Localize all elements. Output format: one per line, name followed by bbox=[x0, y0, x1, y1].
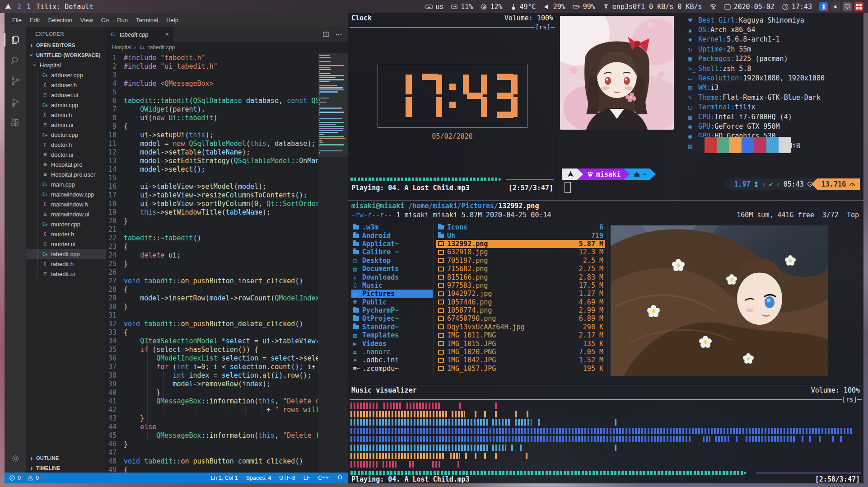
status-line-col[interactable]: Ln 1, Col 1 bbox=[210, 475, 238, 481]
file-1042972jpg[interactable]: 1042972.jpg1.27 M bbox=[436, 290, 605, 298]
timeline-section[interactable]: › TIMELINE bbox=[26, 463, 106, 473]
dir-Desktop[interactable]: ▢Desktop bbox=[351, 257, 433, 265]
minimap[interactable] bbox=[318, 53, 348, 473]
dir-PycharmP[interactable]: PycharmP~ bbox=[351, 306, 433, 314]
workspace-button-2[interactable]: 2 bbox=[17, 3, 21, 11]
status-spaces[interactable]: Spaces: 4 bbox=[246, 475, 271, 481]
minimap-slider[interactable] bbox=[318, 53, 348, 157]
search-icon[interactable] bbox=[5, 50, 26, 71]
status-language[interactable]: C++ bbox=[318, 475, 329, 481]
visualizer-pane[interactable]: Music visualizer Volume: 100% [rs] Playi… bbox=[348, 385, 863, 483]
menu-item-selection[interactable]: Selection bbox=[44, 17, 76, 23]
workspace-button-1[interactable]: 1 bbox=[27, 3, 31, 11]
tray-vault-icon[interactable] bbox=[854, 2, 863, 11]
tab-close-icon[interactable]: × bbox=[165, 31, 169, 38]
explorer-icon[interactable] bbox=[5, 29, 26, 50]
music-progress-bar[interactable] bbox=[350, 471, 861, 475]
explorer-file-tabedit.cpp[interactable]: C+tabedit.cpp bbox=[26, 249, 106, 259]
dir-zcompdu[interactable]: ≡~.zcompdu~ bbox=[351, 365, 433, 373]
file-632918jpg[interactable]: 632918.jpg12.3 M bbox=[436, 248, 605, 256]
explorer-file-admin.cpp[interactable]: C+admin.cpp bbox=[26, 100, 106, 110]
explorer-file-murder.ui[interactable]: ≡murder.ui bbox=[26, 239, 106, 249]
file-1057446png[interactable]: 1057446.png4.69 M bbox=[436, 298, 605, 306]
explorer-file-doctor.cpp[interactable]: C+doctor.cpp bbox=[26, 130, 106, 140]
dir-Templates[interactable]: ▥Templates bbox=[351, 331, 433, 339]
file-132992png[interactable]: 132992.png5.87 M bbox=[436, 240, 605, 248]
file-Uh[interactable]: Uh719 bbox=[436, 231, 605, 239]
status-eol[interactable]: LF bbox=[303, 475, 310, 481]
problems-errors[interactable]: 0 bbox=[9, 475, 21, 481]
breadcrumb[interactable]: Hospital › C+ tabedit.cpp bbox=[106, 42, 348, 53]
file-815166png[interactable]: 815166.png2.83 M bbox=[436, 273, 605, 281]
split-editor-icon[interactable] bbox=[322, 31, 330, 38]
file-IMG1011PNG[interactable]: IMG_1011.PNG2.17 M bbox=[436, 331, 605, 339]
explorer-file-mainwindow.cpp[interactable]: C+mainwindow.cpp bbox=[26, 189, 106, 199]
folder-hospital[interactable]: › Hospital bbox=[26, 60, 106, 70]
explorer-file-adduser.h[interactable]: Cadduser.h bbox=[26, 80, 106, 90]
explorer-file-main.cpp[interactable]: C+main.cpp bbox=[26, 179, 106, 189]
menu-item-file[interactable]: File bbox=[8, 17, 26, 23]
explorer-file-Hospital.pro[interactable]: ≡Hospital.pro bbox=[26, 159, 106, 169]
music-progress-bar[interactable] bbox=[350, 178, 554, 181]
explorer-file-admin.ui[interactable]: ≡admin.ui bbox=[26, 120, 106, 130]
code-editor[interactable]: 1#include "tabedit.h"2#include "ui_tabed… bbox=[106, 53, 348, 473]
explorer-file-adduser.ui[interactable]: ≡adduser.ui bbox=[26, 90, 106, 100]
file-IMG1020PNG[interactable]: IMG_1020.PNG7.05 M bbox=[436, 348, 605, 356]
more-actions-icon[interactable] bbox=[335, 31, 342, 38]
dir-Calibre[interactable]: Calibre ~ bbox=[351, 248, 433, 256]
explorer-file-murder.h[interactable]: Cmurder.h bbox=[26, 229, 106, 239]
file-1058774png[interactable]: 1058774.png2.99 M bbox=[436, 306, 605, 314]
extensions-icon[interactable] bbox=[5, 112, 26, 133]
menu-item-view[interactable]: View bbox=[76, 17, 97, 23]
menu-item-edit[interactable]: Edit bbox=[26, 17, 44, 23]
explorer-file-tabedit.h[interactable]: Ctabedit.h bbox=[26, 259, 106, 269]
manage-gear-icon[interactable] bbox=[5, 448, 26, 469]
file-705197png[interactable]: 705197.png2.5 M bbox=[436, 257, 605, 265]
menu-item-go[interactable]: Go bbox=[97, 17, 113, 23]
fetch-pane[interactable]: ♥Best Girl: Kaguya Shinomiya▲OS: Arch x8… bbox=[557, 13, 863, 200]
file-67450790png[interactable]: 67450790.png6.89 M bbox=[436, 314, 605, 323]
dir-Standard[interactable]: Standard~ bbox=[351, 323, 433, 331]
run-debug-icon[interactable] bbox=[5, 92, 26, 112]
explorer-file-mainwindow.ui[interactable]: ≡mainwindow.ui bbox=[26, 209, 106, 219]
tray-bluetooth-icon[interactable] bbox=[819, 2, 828, 11]
source-control-icon[interactable] bbox=[5, 71, 26, 92]
file-IMG1015JPG[interactable]: IMG_1015.JPG135 K bbox=[436, 339, 605, 347]
clock-pane[interactable]: Clock Volume: 100% [rs] 05/02/2020 Playi… bbox=[348, 13, 557, 200]
tab-tabedit-cpp[interactable]: C+ tabedit.cpp × bbox=[106, 27, 173, 42]
dir-w3m[interactable]: .w3m bbox=[351, 223, 433, 231]
explorer-file-mainwindow.h[interactable]: Cmainwindow.h bbox=[26, 199, 106, 209]
explorer-file-Hospital.pro.user[interactable]: ≡Hospital.pro.user bbox=[26, 169, 106, 179]
dir-Android[interactable]: Android bbox=[351, 231, 433, 239]
menu-item-help[interactable]: Help bbox=[162, 17, 182, 23]
menu-item-terminal[interactable]: Terminal bbox=[132, 17, 162, 23]
dir-Public[interactable]: ☻Public bbox=[351, 298, 433, 306]
dir-nanorc[interactable]: ≡.nanorc bbox=[351, 348, 433, 356]
dir-odbcini[interactable]: ☼.odbc.ini bbox=[351, 356, 433, 364]
workspace-section[interactable]: › UNTITLED (WORKSPACE) bbox=[26, 50, 106, 60]
problems-warnings[interactable]: 0 bbox=[27, 475, 39, 481]
file-977583png[interactable]: 977583.png17.5 M bbox=[436, 281, 605, 290]
explorer-file-doctor.ui[interactable]: ≡doctor.ui bbox=[26, 150, 106, 159]
file-IMG1042JPG[interactable]: IMG_1042.JPG1.52 M bbox=[436, 356, 605, 364]
explorer-file-admin.h[interactable]: Cadmin.h bbox=[26, 110, 106, 120]
explorer-file-doctor.h[interactable]: Cdoctor.h bbox=[26, 140, 106, 150]
outline-section[interactable]: › OUTLINE bbox=[26, 453, 106, 463]
ranger-pane[interactable]: misaki@misaki /home/misaki/Pictures/1329… bbox=[348, 200, 863, 385]
open-editors-section[interactable]: › OPEN EDITORS bbox=[26, 40, 106, 50]
dir-Applicat[interactable]: Applicat~ bbox=[351, 240, 433, 248]
dir-Downloads[interactable]: ↓Downloads bbox=[351, 273, 433, 281]
tray-display-icon[interactable] bbox=[843, 2, 852, 11]
explorer-file-murder.cpp[interactable]: C+murder.cpp bbox=[26, 219, 106, 229]
file-Icons[interactable]: Icons6 bbox=[436, 223, 605, 231]
dir-Pictures[interactable]: ▣Pictures bbox=[351, 290, 433, 298]
tray-volume-icon[interactable] bbox=[831, 2, 840, 11]
explorer-file-tabedit.ui[interactable]: ≡tabedit.ui bbox=[26, 269, 106, 279]
menu-item-run[interactable]: Run bbox=[113, 17, 132, 23]
dir-Videos[interactable]: ▶Videos bbox=[351, 339, 433, 347]
dir-Documents[interactable]: ▤Documents bbox=[351, 265, 433, 273]
file-IMG1057JPG[interactable]: IMG_1057.JPG195 K bbox=[436, 365, 605, 373]
dir-Music[interactable]: ♫Music bbox=[351, 281, 433, 290]
file-715682png[interactable]: 715682.png2.75 M bbox=[436, 265, 605, 273]
status-encoding[interactable]: UTF-8 bbox=[279, 475, 295, 481]
